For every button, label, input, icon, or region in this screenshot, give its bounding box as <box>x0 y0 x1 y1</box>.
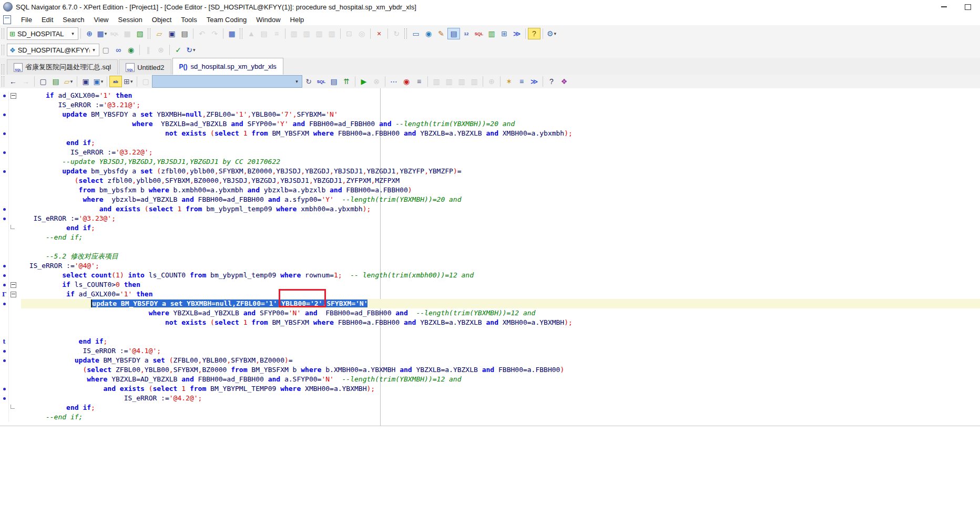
code-line[interactable] <box>0 242 980 252</box>
gutter-cell[interactable] <box>0 394 9 403</box>
code-line[interactable]: IS_eRROR :='@3.23@'; <box>0 214 980 223</box>
halt-icon[interactable]: ⊗ <box>370 76 383 87</box>
toolbar-grip[interactable] <box>2 76 4 87</box>
code-line[interactable]: IS_eRROR :='@3.21@'; <box>0 100 980 110</box>
gutter-cell[interactable] <box>0 261 9 271</box>
fold-gutter-cell[interactable] <box>9 204 21 214</box>
code-search-icon[interactable]: ? <box>545 76 558 87</box>
outline-list-icon[interactable]: ≡ <box>515 76 528 87</box>
compare-objects-icon[interactable]: ▥ <box>300 28 313 39</box>
open-file-icon[interactable]: ▱▾ <box>62 76 75 87</box>
options-icon[interactable]: ⚙▾ <box>545 28 558 39</box>
toolbar-grip[interactable] <box>2 45 4 55</box>
sql-optimizer-icon[interactable]: SQL <box>108 28 121 39</box>
chevron-down-icon[interactable]: ▾ <box>130 79 133 84</box>
query-builder-icon[interactable]: ▦▾ <box>96 28 108 39</box>
commit-icon[interactable]: ✓ <box>172 44 185 56</box>
code-line[interactable]: not exists (select 1 from BM_YBSFXM wher… <box>0 318 980 327</box>
fold-gutter-cell[interactable] <box>9 412 21 422</box>
tab-sql-file-1[interactable]: SQLUntitled2 <box>119 59 171 75</box>
fold-gutter-cell[interactable] <box>9 148 21 157</box>
gutter-cell[interactable] <box>0 365 9 375</box>
data-grid-icon[interactable]: ▦ <box>121 28 134 39</box>
chevron-down-icon[interactable]: ▾ <box>105 31 107 36</box>
gutter-cell[interactable] <box>0 176 9 185</box>
fold-gutter-cell[interactable] <box>9 327 21 337</box>
fold-gutter-cell[interactable] <box>9 271 21 280</box>
refresh-session-icon[interactable]: ↻▾ <box>185 44 197 56</box>
compile-icon[interactable]: ⇈ <box>340 76 353 87</box>
fold-collapse-icon[interactable] <box>11 282 16 288</box>
step-icon[interactable]: ⋯ <box>387 76 400 87</box>
fold-gutter-cell[interactable] <box>9 365 21 375</box>
gutter-cell[interactable] <box>0 233 9 242</box>
abort-session-icon[interactable]: ⊗ <box>155 44 167 56</box>
fold-gutter-cell[interactable] <box>9 318 21 327</box>
copy-object-icon[interactable]: ⊡ <box>343 28 355 39</box>
help-icon[interactable]: ? <box>528 28 540 39</box>
code-line[interactable]: (select ZFBL00,YBLB00,SFYBXM,BZ0000 from… <box>0 365 980 375</box>
gutter-cell[interactable] <box>0 129 9 138</box>
code-line[interactable]: update BM_YBSFDY a set YBXMBH=null,ZFBL0… <box>0 299 980 308</box>
export-objects-icon[interactable]: ▥ <box>325 28 338 39</box>
code-line[interactable]: end if; <box>0 223 980 233</box>
code-line[interactable]: end if; <box>0 403 980 412</box>
chevron-down-icon[interactable]: ▾ <box>101 79 104 84</box>
columns-select-icon[interactable]: ⊞▾ <box>122 76 135 87</box>
save-icon[interactable]: ▣ <box>166 28 178 39</box>
code-editor-icon[interactable]: ✎ <box>435 28 447 39</box>
code-line[interactable]: t end if; <box>0 337 980 346</box>
gutter-cell[interactable] <box>0 138 9 148</box>
highlight-find-icon[interactable]: ab <box>109 76 122 87</box>
back-icon[interactable]: ← <box>7 76 19 87</box>
analyze-icon[interactable]: ◎ <box>355 28 368 39</box>
chevron-down-icon[interactable]: ▾ <box>193 47 196 53</box>
code-line[interactable]: if ls_COUNT0>0 then <box>0 280 980 290</box>
code-line[interactable]: where ybzxlb=ad_YBZXLB and FBBH00=ad_FBB… <box>0 195 980 204</box>
doc-edit-icon[interactable]: ▥ <box>468 76 481 87</box>
fold-gutter-cell[interactable] <box>9 157 21 167</box>
code-line[interactable]: end if; <box>0 138 980 148</box>
wizard-icon[interactable]: ❖ <box>558 76 570 87</box>
fold-gutter-cell[interactable] <box>9 356 21 365</box>
code-line[interactable]: and exists (select 1 from bm_ybypml_temp… <box>0 204 980 214</box>
fold-collapse-icon[interactable] <box>11 93 16 99</box>
chevron-down-icon[interactable]: ▾ <box>90 45 98 55</box>
mdi-document-icon[interactable] <box>3 15 11 24</box>
save-file-icon[interactable]: ▣ <box>79 76 92 87</box>
gutter-cell[interactable] <box>0 327 9 337</box>
menu-file[interactable]: File <box>16 15 37 25</box>
fold-gutter-cell[interactable] <box>9 403 21 412</box>
sql-tracker-icon[interactable]: SQL <box>473 28 485 39</box>
fold-gutter-cell[interactable] <box>9 91 21 100</box>
toolbar-grip[interactable] <box>240 28 242 39</box>
gutter-cell[interactable] <box>0 204 9 214</box>
code-line[interactable]: from bm_ybsfxm b where b.xmbh00=a.ybxmbh… <box>0 185 980 195</box>
format-code-icon[interactable]: ≡ <box>270 28 283 39</box>
fold-gutter-cell[interactable] <box>9 233 21 242</box>
code-line[interactable]: update bm_ybsfdy a set (zfbl00,yblb00,SF… <box>0 167 980 176</box>
new-file-icon[interactable]: ▢ <box>37 76 49 87</box>
new-session-icon[interactable]: ⊕ <box>83 28 96 39</box>
code-line[interactable]: IS_eRROR :='@4@'; <box>0 261 980 271</box>
dbms-output-icon[interactable]: ▤ <box>447 28 460 39</box>
schema-combobox[interactable]: ⊞SD_HOSPITAL▾ <box>7 27 78 40</box>
code-line[interactable]: --end if; <box>0 233 980 242</box>
browse-data-icon[interactable]: ∞ <box>112 44 125 56</box>
benchmark-icon[interactable]: ≫ <box>511 28 523 39</box>
fold-gutter-cell[interactable] <box>9 110 21 119</box>
maximize-button[interactable] <box>956 0 980 14</box>
template-icon[interactable]: ▤ <box>49 76 62 87</box>
fold-gutter-cell[interactable] <box>9 290 21 299</box>
sync-icon[interactable]: ↻ <box>390 28 403 39</box>
gutter-cell[interactable] <box>0 308 9 318</box>
code-line[interactable]: select count(1) into ls_COUNT0 from bm_y… <box>0 271 980 280</box>
bookmark-icon[interactable]: ▢ <box>139 76 152 87</box>
cancel-query-icon[interactable]: × <box>373 28 385 39</box>
block-marker[interactable]: t <box>0 337 9 346</box>
code-line[interactable]: where YBZXLB=AD_YBZXLB and FBBH00=ad_FBB… <box>0 375 980 384</box>
import-objects-icon[interactable]: ▥ <box>313 28 325 39</box>
tab-procedure-2[interactable]: P()sd_hospital.sp_xm_ybdr_xls <box>172 58 283 75</box>
fold-gutter-cell[interactable] <box>9 167 21 176</box>
schema-browser-icon[interactable]: ▧ <box>134 28 146 39</box>
